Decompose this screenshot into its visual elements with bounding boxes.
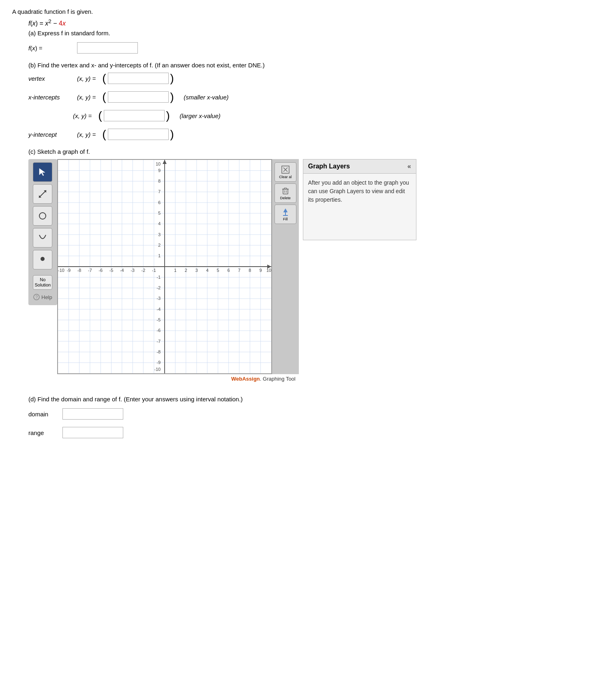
cursor-tool[interactable] (33, 162, 52, 182)
svg-text:9: 9 (158, 168, 161, 173)
part-d-label: (d) Find the domain and range of f. (Ent… (28, 396, 595, 403)
vertex-coord-group: ( ) (101, 73, 175, 84)
x-intercept-larger-input[interactable] (104, 110, 165, 121)
circle-icon (38, 211, 47, 220)
vertex-eq: (x, y) = (77, 75, 96, 82)
y-intercept-group: ( ) (101, 129, 175, 140)
svg-text:-4: -4 (120, 268, 124, 273)
svg-text:6: 6 (227, 268, 230, 273)
range-row: range (28, 427, 595, 438)
vertex-input[interactable] (108, 73, 169, 84)
x-intercept-smaller-input[interactable] (108, 91, 169, 103)
svg-text:-2: -2 (141, 268, 145, 273)
parabola-icon (38, 233, 47, 242)
circle-tool[interactable] (33, 206, 52, 226)
svg-text:2: 2 (158, 243, 161, 248)
no-solution-button[interactable]: NoSolution (33, 275, 52, 290)
part-b-label: (b) Find the vertex and x- and y-interce… (28, 62, 595, 69)
part-a-text-input[interactable] (77, 43, 137, 53)
svg-text:-3: -3 (131, 268, 135, 273)
xint-smaller-close: ) (170, 91, 174, 103)
x-intercept-label: x-intercepts (28, 94, 73, 101)
svg-text:-10: -10 (154, 367, 161, 372)
svg-text:10: 10 (156, 162, 161, 166)
range-input[interactable] (62, 427, 123, 438)
svg-text:10: 10 (266, 268, 271, 273)
graph-canvas[interactable]: 1 2 3 4 5 6 7 8 9 10 -1 -2 -3 - (57, 159, 272, 374)
part-a-row: f(x) = (28, 42, 595, 54)
help-row[interactable]: ? Help (31, 292, 55, 302)
svg-text:-8: -8 (157, 349, 161, 354)
vertex-text-input[interactable] (108, 73, 168, 84)
y-intercept-row: y-intercept (x, y) = ( ) (28, 129, 595, 140)
clear-icon (281, 165, 290, 174)
y-intercept-input[interactable] (108, 129, 169, 140)
svg-text:7: 7 (238, 268, 240, 273)
fill-icon (281, 207, 290, 216)
intro-text: A quadratic function f is given. (12, 8, 595, 15)
svg-marker-0 (39, 168, 45, 176)
yint-open: ( (102, 129, 106, 140)
graph-right-buttons: Clear al Delete (272, 159, 299, 374)
domain-row: domain (28, 408, 595, 420)
delete-label: Delete (280, 196, 291, 200)
yint-close: ) (170, 129, 174, 140)
svg-text:-2: -2 (157, 285, 161, 290)
svg-text:2: 2 (184, 268, 187, 273)
function-display: f(x) = x2 − 4x (28, 18, 595, 27)
x-intercept-smaller-group: ( ) (101, 91, 175, 103)
part-a-input[interactable] (77, 42, 138, 54)
x-intercept-larger-group: ( ) (97, 110, 171, 121)
graph-area-wrap: 1 2 3 4 5 6 7 8 9 10 -1 -2 -3 - (57, 159, 299, 374)
larger-x-note: (larger x-value) (180, 112, 221, 119)
clear-all-button[interactable]: Clear al (275, 162, 296, 182)
graph-layers-title: Graph Layers (308, 163, 350, 170)
x-intercept-larger-row: (x, y) = ( ) (larger x-value) (73, 110, 595, 121)
range-text-input[interactable] (63, 427, 123, 438)
part-c-label: (c) Sketch a graph of f. (28, 148, 595, 155)
part-a-label: (a) Express f in standard form. (28, 30, 595, 37)
vertex-open-paren: ( (102, 73, 106, 84)
svg-text:-4: -4 (157, 307, 161, 312)
vertex-close-paren: ) (170, 73, 174, 84)
x-intercept-larger-text[interactable] (104, 110, 164, 121)
help-label: Help (41, 294, 52, 300)
resize-tool[interactable] (33, 184, 52, 204)
cursor-icon (38, 168, 47, 177)
webassign-brand: WebAssign (231, 376, 260, 382)
webassign-suffix: . Graphing Tool (260, 376, 296, 382)
graph-layers-collapse-button[interactable]: « (408, 163, 411, 170)
delete-button[interactable]: Delete (275, 183, 296, 203)
svg-text:8: 8 (158, 179, 161, 183)
svg-text:5: 5 (217, 268, 219, 273)
graph-section: (c) Sketch a graph of f. (28, 148, 595, 383)
svg-text:-1: -1 (157, 275, 161, 280)
xint-larger-open: ( (98, 110, 102, 121)
svg-text:6: 6 (158, 200, 161, 205)
svg-text:-10: -10 (58, 268, 64, 273)
svg-text:-8: -8 (77, 268, 81, 273)
y-intercept-eq: (x, y) = (77, 131, 96, 138)
svg-text:-7: -7 (157, 339, 161, 344)
svg-text:5: 5 (158, 211, 161, 215)
svg-text:3: 3 (195, 268, 198, 273)
svg-text:4: 4 (206, 268, 208, 273)
svg-text:-6: -6 (99, 268, 103, 273)
svg-text:8: 8 (249, 268, 251, 273)
svg-text:-3: -3 (157, 296, 161, 301)
svg-point-5 (41, 257, 45, 261)
graph-tools-panel: NoSolution ? Help (28, 159, 57, 305)
domain-text-input[interactable] (63, 409, 123, 419)
graph-container: NoSolution ? Help (28, 159, 595, 383)
svg-rect-101 (284, 188, 287, 189)
y-intercept-text[interactable] (108, 129, 168, 140)
svg-rect-97 (283, 189, 288, 194)
vertex-label: vertex (28, 75, 73, 82)
parabola-tool[interactable] (33, 228, 52, 248)
fill-button[interactable]: Fill (275, 205, 296, 224)
svg-text:9: 9 (259, 268, 262, 273)
point-tool[interactable] (33, 250, 52, 269)
domain-input[interactable] (62, 408, 123, 420)
xint-larger-close: ) (166, 110, 170, 121)
x-intercept-smaller-text[interactable] (108, 92, 168, 102)
